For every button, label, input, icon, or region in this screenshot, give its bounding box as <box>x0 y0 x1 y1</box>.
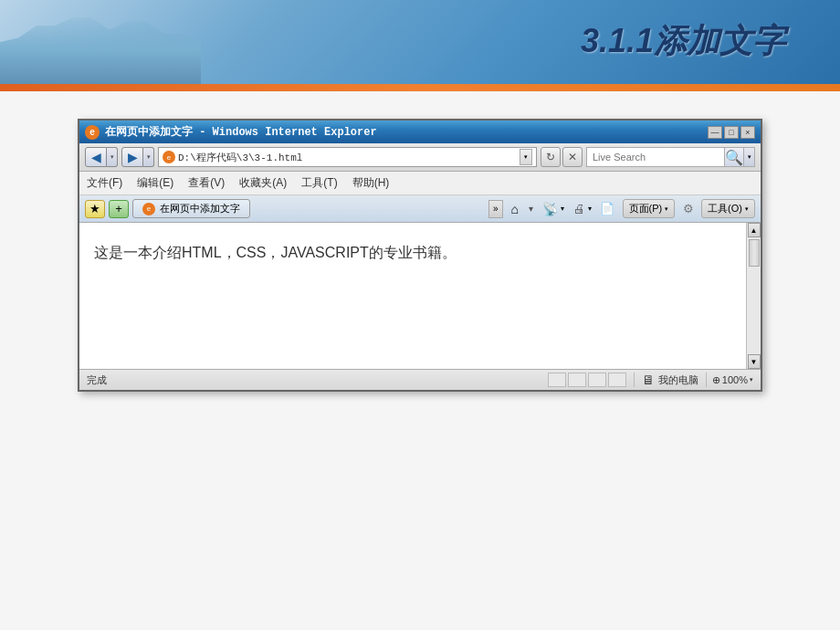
page-menu-button[interactable]: 页面(P) ▾ <box>623 199 676 218</box>
back-button[interactable]: ◀ <box>85 147 107 167</box>
menu-tools[interactable]: 工具(T) <box>301 173 337 193</box>
ie-window-controls: — □ × <box>708 126 755 139</box>
add-favorites-button[interactable]: + <box>109 200 129 218</box>
ie-refresh-stop-group: ↻ ✕ <box>541 147 583 167</box>
scrollbar-thumb[interactable] <box>749 239 760 267</box>
minimize-button[interactable]: — <box>708 126 722 139</box>
search-input[interactable] <box>586 147 724 167</box>
zoom-dropdown-icon: ▾ <box>750 376 753 383</box>
ie-content-wrapper: 这是一本介绍HTML，CSS，JAVASCRIPT的专业书籍。 ▲ ▼ <box>79 223 761 369</box>
ie-favicon-icon: e <box>85 125 100 140</box>
forward-dropdown-button[interactable]: ▾ <box>143 147 154 167</box>
status-seg-1 <box>548 373 566 387</box>
forward-button[interactable]: ▶ <box>121 147 143 167</box>
ie-titlebar: e 在网页中添加文字 - Windows Internet Explorer —… <box>79 121 761 143</box>
ie-tab-right-buttons: » ⌂ ▾ 📡 ▾ 🖨 ▾ 📄 页面(P) ▾ <box>488 199 755 218</box>
back-dropdown-button[interactable]: ▾ <box>107 147 118 167</box>
ie-back-forward-group: ◀ ▾ <box>85 147 118 167</box>
page-tab[interactable]: e 在网页中添加文字 <box>132 199 250 218</box>
ie-zoom-control[interactable]: ⊕ 100% ▾ <box>707 374 753 386</box>
favorites-star-button[interactable]: ★ <box>85 200 105 218</box>
close-button[interactable]: × <box>740 126 755 139</box>
stop-button[interactable]: ✕ <box>562 147 583 167</box>
ie-status-computer: 🖥 我的电脑 <box>634 373 707 387</box>
computer-icon: 🖥 <box>642 373 655 387</box>
ie-menubar: 文件(F) 编辑(E) 查看(V) 收藏夹(A) 工具(T) 帮助(H) <box>79 172 761 195</box>
slide-header: 3.1.1添加文字 <box>0 0 840 91</box>
status-seg-3 <box>588 373 606 387</box>
restore-button[interactable]: □ <box>724 126 739 139</box>
scrollbar-track <box>748 237 761 354</box>
more-button[interactable]: » <box>488 200 503 218</box>
slide-title: 3.1.1添加文字 <box>581 19 785 64</box>
search-dropdown-button[interactable]: ▾ <box>744 147 755 167</box>
ie-address-toolbar: ◀ ▾ ▶ ▾ e D:\程序代码\3\3-1.html ▾ <box>79 143 761 172</box>
tab-label: 在网页中添加文字 <box>160 202 240 215</box>
refresh-button[interactable]: ↻ <box>541 147 561 167</box>
status-seg-2 <box>568 373 586 387</box>
ie-content: 这是一本介绍HTML，CSS，JAVASCRIPT的专业书籍。 <box>79 223 746 369</box>
slide-content: e 在网页中添加文字 - Windows Internet Explorer —… <box>0 91 840 630</box>
scrollbar-up-button[interactable]: ▲ <box>748 223 761 237</box>
menu-favorites[interactable]: 收藏夹(A) <box>239 173 287 193</box>
ie-status-segments <box>548 373 626 387</box>
ie-title-left: e 在网页中添加文字 - Windows Internet Explorer <box>85 124 377 140</box>
tab-favicon-icon: e <box>142 203 155 215</box>
address-dropdown-button[interactable]: ▾ <box>520 149 532 165</box>
status-text: 完成 <box>87 373 548 387</box>
content-text: 这是一本介绍HTML，CSS，JAVASCRIPT的专业书籍。 <box>94 241 731 265</box>
menu-file[interactable]: 文件(F) <box>87 173 122 193</box>
ie-tabbar: ★ + e 在网页中添加文字 » ⌂ ▾ 📡 ▾ 🖨 ▾ <box>79 195 761 223</box>
home-button[interactable]: ⌂ <box>505 200 525 218</box>
page-menu-label: 页面(P) <box>629 202 663 215</box>
address-text: D:\程序代码\3\3-1.html <box>178 151 517 164</box>
ie-browser-window: e 在网页中添加文字 - Windows Internet Explorer —… <box>78 119 762 392</box>
ie-address-bar[interactable]: e D:\程序代码\3\3-1.html ▾ <box>158 147 537 167</box>
search-button[interactable]: 🔍 <box>724 147 744 167</box>
ie-forward-group: ▶ ▾ <box>121 147 154 167</box>
slide: 3.1.1添加文字 e 在网页中添加文字 - Windows Internet … <box>0 0 840 630</box>
scrollbar-down-button[interactable]: ▼ <box>748 354 761 369</box>
ie-search-box: 🔍 ▾ <box>586 147 755 167</box>
computer-label: 我的电脑 <box>658 373 698 387</box>
menu-edit[interactable]: 编辑(E) <box>137 173 173 193</box>
tools-menu-button[interactable]: 工具(O) ▾ <box>701 199 755 218</box>
ie-window-title: 在网页中添加文字 - Windows Internet Explorer <box>105 124 377 140</box>
ie-scrollbar: ▲ ▼ <box>746 223 761 369</box>
search-icon: 🔍 <box>725 149 743 166</box>
zoom-value: 100% <box>722 374 748 385</box>
menu-view[interactable]: 查看(V) <box>188 173 225 193</box>
ie-statusbar: 完成 🖥 我的电脑 ⊕ 100% ▾ <box>79 369 761 390</box>
status-seg-4 <box>608 373 626 387</box>
tools-menu-label: 工具(O) <box>708 202 742 215</box>
address-favicon-icon: e <box>163 151 175 163</box>
menu-help[interactable]: 帮助(H) <box>352 173 390 193</box>
zoom-icon: ⊕ <box>712 374 720 386</box>
orange-accent-bar <box>0 84 840 91</box>
